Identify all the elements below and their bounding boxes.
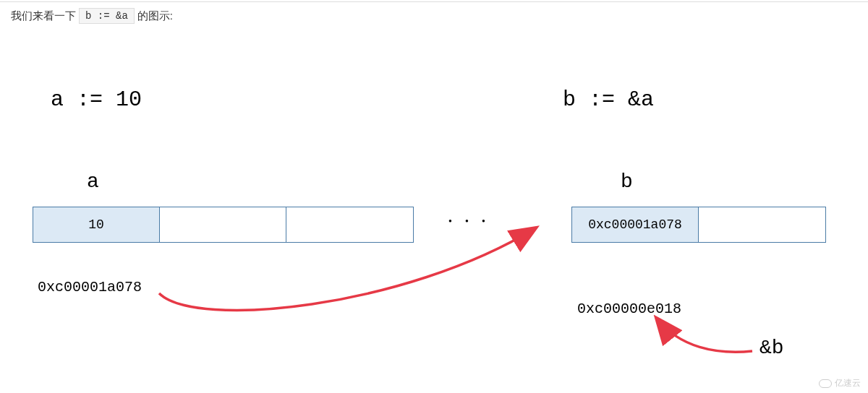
right-memory-row: 0xc00001a078 [571,207,826,243]
ellipsis-dots: ● ● ● [448,217,491,224]
memory-cell-a: 10 [33,207,160,242]
ref-b-label: &b [760,337,784,359]
diagram-area: a := 10 b := &a a b 10 ● ● ● 0xc00001a07… [29,44,839,369]
memory-cell-empty [160,207,286,242]
right-code-decl: b := &a [563,87,654,112]
watermark-text: 亿速云 [835,377,861,389]
memory-cell-empty-b [699,207,825,242]
intro-before: 我们来看一下 [11,9,76,23]
memory-cell-b: 0xc00001a078 [572,207,699,242]
left-code-decl: a := 10 [51,87,142,112]
intro-after: 的图示: [137,9,173,23]
watermark-icon [819,379,832,388]
left-memory-row: 10 [33,207,414,243]
watermark: 亿速云 [819,377,861,389]
left-var-label: a [87,170,99,193]
right-var-label: b [621,170,633,193]
left-address: 0xc00001a078 [38,279,142,295]
memory-cell-empty [286,207,413,242]
intro-text: 我们来看一下 b := &a 的图示: [0,2,868,30]
right-address: 0xc00000e018 [577,301,681,317]
intro-code: b := &a [79,8,135,24]
